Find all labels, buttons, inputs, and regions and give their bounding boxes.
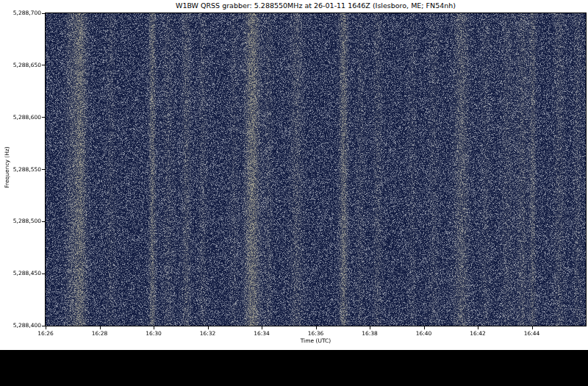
- x-tick: [262, 326, 262, 329]
- x-tick-label: 16:44: [524, 330, 540, 337]
- x-tick-label: 16:40: [416, 330, 432, 337]
- y-tick-label: 5,288,450: [0, 270, 41, 276]
- y-tick-label: 5,288,600: [0, 114, 41, 121]
- x-tick: [532, 326, 533, 329]
- x-tick: [100, 326, 101, 329]
- y-axis-label: Frequency (Hz): [4, 116, 10, 219]
- y-tick-label: 5,288,650: [0, 62, 41, 68]
- x-tick: [424, 326, 425, 329]
- x-tick-label: 16:34: [254, 330, 270, 337]
- x-tick-label: 16:30: [146, 330, 162, 337]
- x-tick: [316, 326, 317, 329]
- x-tick-label: 16:36: [308, 330, 324, 337]
- terminal-bar: W1BW-60m.1437x853.2026-01-12-001820.jpg: [0, 350, 588, 386]
- x-tick-label: 16:32: [200, 330, 216, 337]
- y-tick-label: 5,288,550: [0, 166, 41, 173]
- chart-title: W1BW QRSS grabber: 5.288550MHz at 26-01-…: [46, 1, 586, 10]
- x-tick: [46, 326, 46, 329]
- x-tick-label: 16:26: [37, 330, 54, 337]
- spectrogram-image: [46, 13, 586, 326]
- x-tick: [208, 326, 209, 329]
- x-tick-label: 16:38: [362, 330, 378, 337]
- x-tick-label: 16:42: [470, 330, 486, 337]
- y-tick-label: 5,288,500: [0, 218, 41, 224]
- y-tick-label: 5,288,700: [0, 10, 41, 16]
- plot-area: [45, 12, 587, 326]
- x-tick-label: 16:28: [92, 330, 108, 337]
- x-tick: [154, 326, 154, 329]
- x-tick: [370, 326, 370, 329]
- y-tick-label: 5,288,400: [0, 322, 41, 329]
- qrss-grabber-screen: W1BW QRSS grabber: 5.288550MHz at 26-01-…: [0, 0, 588, 386]
- x-axis-label: Time (UTC): [46, 337, 586, 344]
- x-tick: [478, 326, 478, 329]
